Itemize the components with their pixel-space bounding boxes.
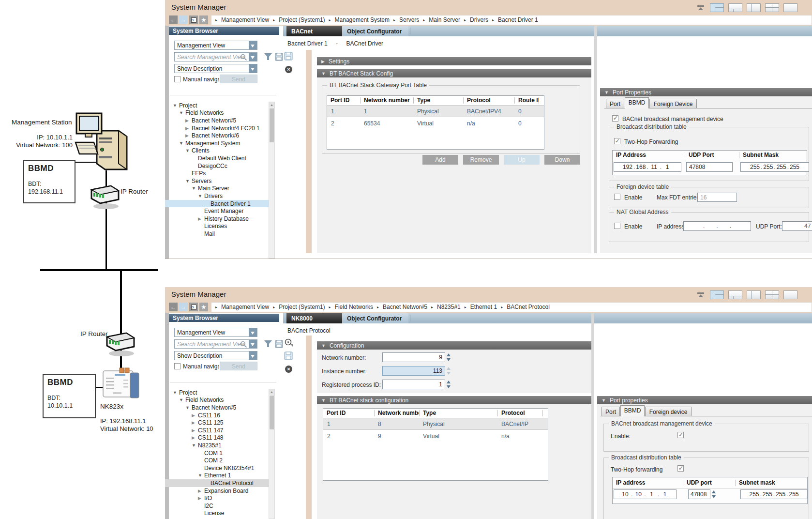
send-button[interactable]: Send	[220, 362, 257, 370]
tree-item-feps[interactable]: FEPs	[169, 169, 269, 177]
remove-button[interactable]: Remove	[463, 155, 499, 165]
layout-single-pane-icon[interactable]	[783, 290, 797, 299]
table-row[interactable]: 29Virtualn/a	[323, 430, 548, 442]
titlebar[interactable]: System Manager	[165, 287, 812, 301]
bdt-udp-spinner[interactable]	[711, 489, 717, 499]
layout-grid-icon[interactable]	[710, 290, 724, 299]
tree-collapsed-icon[interactable]: ▶	[198, 496, 204, 501]
breadcrumb-item[interactable]: Drivers	[470, 16, 488, 23]
filter-icon[interactable]	[264, 340, 272, 348]
tree-item-main-server[interactable]: ▼Main Server	[169, 185, 269, 193]
instance-number-spinner[interactable]	[446, 366, 452, 376]
tree-item-cs11-125[interactable]: ▶CS11 125	[169, 419, 269, 427]
layout-four-pane-icon[interactable]	[765, 3, 779, 12]
nat-ip-input[interactable]: ...	[683, 221, 751, 231]
nat-enable-checkbox[interactable]	[614, 223, 620, 229]
tree-item-expansion-board[interactable]: ▶Expansion Board	[169, 487, 269, 495]
scroll-up-icon[interactable]: ▲	[269, 102, 274, 107]
breadcrumb-item[interactable]: Project (System1)	[279, 16, 325, 23]
bbmd-checkbox[interactable]	[612, 115, 618, 122]
layout-bottom-pane-icon[interactable]	[728, 3, 742, 12]
layout-single-pane-icon[interactable]	[783, 3, 797, 12]
bdt-col-udp[interactable]: UDP port	[683, 480, 735, 486]
max-fdt-input[interactable]: 16	[697, 193, 737, 202]
tree-item-field-networks[interactable]: ▼Field Networks	[169, 109, 269, 117]
bdt-ip-input[interactable]: 10.10.1.1	[614, 489, 677, 499]
tree-collapsed-icon[interactable]: ▶	[192, 428, 198, 433]
layout-four-pane-icon[interactable]	[765, 290, 779, 299]
window-splitter[interactable]	[165, 313, 169, 519]
view-select[interactable]: Management View	[174, 328, 257, 337]
tree-item-bacnet-networ-5[interactable]: ▼Bacnet Networ#5	[169, 404, 269, 412]
tree-expanded-icon[interactable]: ▼	[198, 194, 204, 198]
column-header[interactable]: Port ID	[323, 410, 374, 416]
tab-foreign-device[interactable]: Foreign Device	[649, 99, 697, 108]
tree-item-cs11-147[interactable]: ▶CS11 147	[169, 427, 269, 434]
tree-item-mail[interactable]: Mail	[169, 230, 269, 238]
table-row[interactable]: 265534Virtualn/a0	[327, 117, 544, 129]
tree-collapsed-icon[interactable]: ▶	[192, 420, 198, 425]
tree-item-i2c[interactable]: I2C	[169, 502, 269, 510]
window-splitter[interactable]	[165, 26, 169, 259]
tree-expanded-icon[interactable]: ▼	[185, 405, 192, 410]
breadcrumb-item[interactable]: Bacnet Networ#5	[383, 304, 427, 310]
tree-scrollbar[interactable]: ▲	[269, 389, 275, 519]
tree-item-bacnet-network-6[interactable]: ▶Bacnet Network#6	[169, 132, 269, 139]
tree-item-device-nk82354-1[interactable]: Device NK82354#1	[169, 464, 269, 472]
chevron-down-icon[interactable]	[249, 328, 257, 336]
column-header[interactable]: Type	[419, 410, 497, 416]
tree-expanded-icon[interactable]: ▼	[185, 148, 192, 153]
port-properties-bar[interactable]: ▼ Port Properties	[600, 88, 812, 96]
tree-item-default-web-client[interactable]: Default Web Client	[169, 154, 269, 162]
tree-expanded-icon[interactable]: ▼	[179, 141, 185, 146]
tree-expanded-icon[interactable]: ▼	[192, 186, 198, 191]
octet-value[interactable]: 1	[662, 164, 673, 170]
column-header[interactable]: Type	[413, 97, 463, 104]
back-icon[interactable]: ←	[169, 303, 178, 311]
octet-value[interactable]: 255	[762, 491, 773, 498]
tree-item-servers[interactable]: ▼Servers	[169, 177, 269, 185]
tree-item-licenses[interactable]: Licenses	[169, 223, 269, 230]
tree-item-i-o[interactable]: ▶I/O	[169, 494, 269, 502]
tree-item-cs11-148[interactable]: ▶CS11 148	[169, 434, 269, 442]
table-row[interactable]: 11PhysicalBACnet/IPV40	[327, 105, 544, 117]
octet-value[interactable]: 255	[762, 164, 774, 170]
tree-collapsed-icon[interactable]: ▶	[192, 435, 198, 440]
tree-expanded-icon[interactable]: ▼	[179, 110, 185, 115]
chevron-down-icon[interactable]	[249, 53, 257, 61]
bbmd-enable-checkbox[interactable]	[677, 432, 684, 438]
forward-icon[interactable]: →	[179, 15, 188, 24]
column-header[interactable]: Port ID	[327, 97, 360, 104]
bdt-udp-input[interactable]: 47808	[688, 489, 710, 499]
tab-object-configurator[interactable]: Object Configurator	[342, 313, 408, 323]
history-icon[interactable]: ◷	[189, 15, 198, 24]
bdt-col-mask[interactable]: Subnet mask	[735, 480, 807, 486]
save-filter-icon[interactable]	[275, 340, 283, 348]
tree-expanded-icon[interactable]: ▼	[185, 179, 192, 183]
octet-value[interactable]: 255	[788, 491, 800, 498]
export-icon[interactable]	[284, 338, 294, 348]
tree-collapsed-icon[interactable]: ▶	[192, 413, 198, 418]
search-input[interactable]: Search Management View	[174, 52, 257, 61]
save-icon[interactable]	[284, 351, 293, 360]
send-button[interactable]: Send	[220, 75, 257, 83]
bdt-ip-input[interactable]: 192.168.11.1	[614, 162, 681, 172]
collapse-pane-icon[interactable]	[696, 4, 706, 11]
breadcrumb-item[interactable]: Main Server	[429, 16, 460, 23]
tree-item-event-manager[interactable]: Event Manager	[169, 207, 269, 215]
bdt-col-udp[interactable]: UDP Port	[685, 152, 739, 158]
octet-value[interactable]: 1	[659, 491, 671, 498]
tree-collapsed-icon[interactable]: ▶	[185, 126, 192, 131]
back-icon[interactable]: ←	[169, 15, 178, 24]
layout-grid-icon[interactable]	[710, 3, 724, 12]
nat-udp-input[interactable]: 47	[782, 221, 812, 231]
manual-navigation-checkbox[interactable]	[174, 76, 180, 82]
tab-foreign-device[interactable]: Foreign device	[645, 407, 692, 416]
column-header[interactable]: Protocol	[497, 410, 542, 416]
octet-value[interactable]: 255	[775, 491, 786, 498]
breadcrumb-item[interactable]: Project (System1)	[279, 304, 325, 310]
tree-expanded-icon[interactable]: ▼	[192, 443, 198, 448]
view-select[interactable]: Management View	[174, 41, 257, 50]
stack-config-section-bar[interactable]: ▼ BT BACnet Stack Config	[317, 69, 591, 77]
bdt-mask-input[interactable]: 255.255.255.255	[740, 162, 809, 172]
